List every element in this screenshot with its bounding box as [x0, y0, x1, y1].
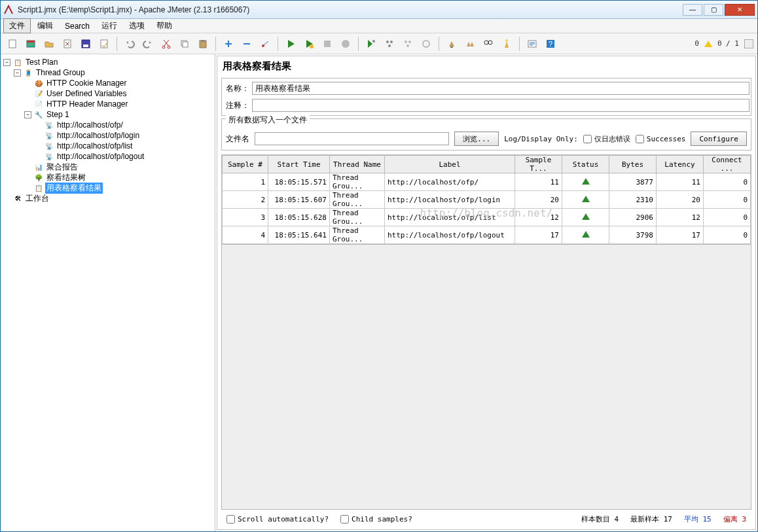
col-connect[interactable]: Connect ... — [704, 156, 751, 173]
svg-point-27 — [488, 41, 492, 44]
close-icon[interactable] — [60, 36, 75, 52]
errors-only-checkbox[interactable]: 仅日志错误 — [583, 134, 630, 144]
name-label: 名称： — [223, 83, 252, 94]
copy-icon[interactable] — [177, 36, 192, 52]
redo-icon[interactable] — [140, 36, 156, 52]
status-ok-icon — [582, 178, 590, 185]
tree-req1[interactable]: http://localhost/ofp/ — [56, 120, 124, 130]
tree-req2[interactable]: http://localhost/ofp/login — [56, 131, 141, 140]
col-start[interactable]: Start Time — [268, 156, 330, 173]
name-input[interactable] — [252, 82, 749, 95]
menubar: 文件 编辑 Search 运行 选项 帮助 — [1, 19, 757, 33]
window-title: Script1.jmx (E:\temp\Script1.jmx) - Apac… — [18, 5, 683, 14]
comment-input[interactable] — [252, 99, 749, 112]
table-row[interactable]: 418:05:15.641Thread Grou...http://localh… — [223, 226, 751, 244]
run-indicator — [744, 39, 753, 48]
tree-agg[interactable]: 聚合报告 — [45, 162, 79, 173]
menu-options[interactable]: 选项 — [124, 19, 150, 33]
close-button[interactable]: ✕ — [725, 4, 755, 16]
svg-point-14 — [310, 44, 314, 48]
search-tb-icon[interactable] — [480, 36, 496, 52]
paste-icon[interactable] — [195, 36, 211, 52]
toolbar: ? 0 0 / 1 — [1, 33, 757, 54]
controller-icon: 🔧 — [33, 109, 44, 120]
tree-toggle[interactable]: − — [24, 111, 31, 118]
expand-icon[interactable] — [221, 36, 236, 52]
test-plan-tree[interactable]: −📋Test Plan −🧵Thread Group 🍪HTTP Cookie … — [1, 54, 215, 531]
menu-edit[interactable]: 编辑 — [32, 19, 58, 33]
listener-icon: 🌳 — [33, 172, 44, 183]
config-icon: 📄 — [33, 99, 44, 109]
menu-search[interactable]: Search — [60, 20, 95, 32]
config-icon: 📝 — [33, 88, 44, 99]
tree-cookie-mgr[interactable]: HTTP Cookie Manager — [45, 79, 128, 88]
tree-toggle[interactable]: − — [3, 59, 10, 66]
tree-header-mgr[interactable]: HTTP Header Manager — [45, 99, 130, 109]
col-sampletime[interactable]: Sample T... — [515, 156, 562, 173]
remote-start-all-icon[interactable] — [382, 36, 397, 52]
maximize-button[interactable]: ▢ — [704, 4, 723, 16]
tree-toggle[interactable]: − — [14, 69, 21, 77]
col-label[interactable]: Label — [385, 156, 515, 173]
scroll-auto-checkbox[interactable]: Scroll automatically? — [226, 515, 329, 523]
help-icon[interactable]: ? — [543, 36, 558, 52]
results-table[interactable]: Sample # Start Time Thread Name Label Sa… — [221, 154, 751, 245]
status-ok-icon — [582, 196, 590, 202]
new-icon[interactable] — [5, 36, 20, 52]
col-latency[interactable]: Latency — [657, 156, 704, 173]
browse-button[interactable]: 浏览... — [454, 132, 499, 146]
cut-icon[interactable] — [158, 36, 174, 52]
successes-checkbox[interactable]: Successes — [636, 135, 686, 143]
undo-icon[interactable] — [122, 36, 137, 52]
remote-shutdown-icon[interactable] — [418, 36, 434, 52]
templates-icon[interactable] — [23, 36, 39, 52]
tree-step1[interactable]: Step 1 — [45, 110, 71, 119]
reset-search-icon[interactable] — [499, 36, 514, 52]
save-icon[interactable] — [78, 36, 94, 52]
remote-start-icon[interactable] — [363, 36, 379, 52]
table-row[interactable]: 218:05:15.607Thread Grou...http://localh… — [223, 191, 751, 209]
listener-icon: 📋 — [33, 183, 44, 193]
minimize-button[interactable]: — — [683, 4, 702, 16]
menu-help[interactable]: 帮助 — [151, 19, 177, 33]
collapse-icon[interactable] — [239, 36, 255, 52]
stop-icon[interactable] — [319, 36, 335, 52]
menu-file[interactable]: 文件 — [3, 18, 31, 33]
tree-workbench[interactable]: 工作台 — [24, 193, 50, 204]
tree-req4[interactable]: http://localhost/ofp/logout — [56, 152, 145, 161]
status-ok-icon — [582, 213, 590, 220]
tree-thread-group[interactable]: Thread Group — [35, 68, 86, 77]
main-panel: 用表格察看结果 名称： 注释： 所有数据写入一个文件 文件名 浏览... Log… — [217, 56, 756, 530]
col-thread[interactable]: Thread Name — [330, 156, 385, 173]
tree-result-tree[interactable]: 察看结果树 — [45, 172, 87, 183]
table-row[interactable]: 118:05:15.571Thread Grou...http://localh… — [223, 173, 751, 191]
toggle-icon[interactable] — [257, 36, 273, 52]
function-helper-icon[interactable] — [524, 36, 540, 52]
child-samples-checkbox[interactable]: Child samples? — [340, 515, 412, 523]
svg-point-26 — [484, 41, 488, 44]
col-sample[interactable]: Sample # — [223, 156, 268, 173]
tree-test-plan[interactable]: Test Plan — [24, 58, 59, 67]
shutdown-icon[interactable] — [338, 36, 353, 52]
clear-all-icon[interactable] — [462, 36, 478, 52]
titlebar: Script1.jmx (E:\temp\Script1.jmx) - Apac… — [1, 1, 757, 19]
col-status[interactable]: Status — [562, 156, 609, 173]
start-no-timers-icon[interactable] — [301, 36, 317, 52]
filename-input[interactable] — [255, 132, 449, 145]
svg-point-17 — [372, 40, 375, 43]
tree-req3[interactable]: http://localhost/ofp/list — [56, 141, 134, 151]
col-bytes[interactable]: Bytes — [609, 156, 657, 173]
svg-rect-5 — [83, 44, 88, 47]
sampler-icon: 📡 — [44, 141, 54, 151]
tree-user-vars[interactable]: User Defined Variables — [45, 89, 128, 98]
clear-icon[interactable] — [444, 36, 460, 52]
open-icon[interactable] — [41, 36, 57, 52]
tree-table-result[interactable]: 用表格察看结果 — [45, 183, 103, 194]
menu-run[interactable]: 运行 — [96, 19, 122, 33]
configure-button[interactable]: Configure — [691, 132, 747, 146]
workbench-icon: 🛠 — [12, 193, 23, 204]
save-as-icon[interactable] — [96, 36, 112, 52]
threadgroup-icon: 🧵 — [23, 67, 33, 78]
start-icon[interactable] — [283, 36, 298, 52]
remote-stop-icon[interactable] — [400, 36, 416, 52]
